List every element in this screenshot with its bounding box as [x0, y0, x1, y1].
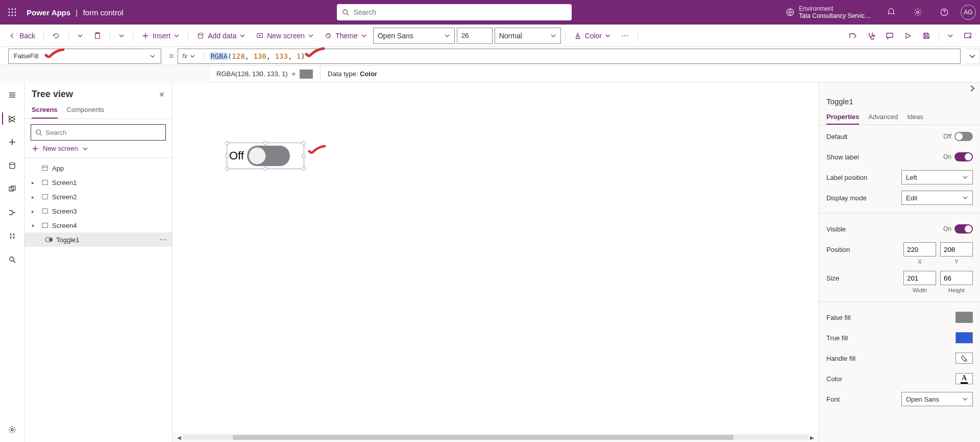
resize-handle[interactable] — [302, 167, 306, 171]
resize-handle[interactable] — [302, 154, 306, 158]
app-checker-button[interactable] — [863, 28, 879, 44]
canvas[interactable]: Off — [173, 83, 819, 433]
tree-item-toggle1[interactable]: Toggle1 ⋯ — [24, 232, 172, 247]
resize-handle[interactable] — [263, 141, 267, 145]
data-type-label: Data type: — [328, 70, 358, 78]
expand-formula-button[interactable] — [965, 49, 980, 64]
size-w-input[interactable] — [903, 271, 936, 285]
visible-switch[interactable]: On — [943, 224, 973, 234]
font-size-input[interactable] — [457, 28, 493, 44]
handle-fill-button[interactable] — [955, 353, 973, 364]
rail-data-button[interactable] — [2, 157, 22, 174]
notifications-icon[interactable] — [881, 0, 901, 25]
color-button[interactable]: Color — [570, 28, 615, 44]
font-family-select[interactable]: Open Sans — [373, 28, 455, 44]
comments-button[interactable] — [881, 28, 898, 44]
size-h-input[interactable] — [940, 271, 973, 285]
position-y-input[interactable] — [940, 242, 973, 257]
add-data-button[interactable]: Add data — [192, 28, 250, 44]
share-button[interactable] — [845, 28, 861, 44]
show-label-switch[interactable]: On — [943, 152, 973, 161]
tab-advanced[interactable]: Advanced — [868, 110, 898, 125]
save-button[interactable] — [918, 28, 935, 44]
resize-handle[interactable] — [225, 154, 229, 158]
separator — [110, 30, 110, 41]
paste-dropdown[interactable] — [114, 28, 129, 44]
horizontal-scrollbar[interactable]: ◀ ▶ — [176, 434, 816, 441]
rail-media-button[interactable] — [2, 181, 22, 197]
tree-item-screen1[interactable]: ▸ Screen1 — [24, 175, 172, 190]
scroll-right-icon[interactable]: ▶ — [808, 435, 816, 440]
scroll-track[interactable] — [183, 435, 808, 440]
toggle-control[interactable]: Off — [229, 145, 302, 167]
save-dropdown[interactable] — [943, 28, 958, 44]
tree-item-app[interactable]: App — [24, 161, 172, 175]
insert-button[interactable]: Insert — [137, 28, 184, 44]
undo-dropdown[interactable] — [73, 28, 87, 44]
false-fill-swatch[interactable] — [955, 312, 973, 323]
avatar[interactable]: AG — [961, 5, 976, 20]
chevron-down-icon — [550, 33, 556, 39]
environment-name: Tata Consultancy Servic… — [799, 12, 871, 19]
rail-tools-button[interactable] — [2, 228, 22, 244]
tree-item-more-button[interactable]: ⋯ — [159, 236, 167, 244]
tab-properties[interactable]: Properties — [826, 110, 859, 125]
close-tree-button[interactable]: ✕ — [159, 90, 165, 99]
tab-ideas[interactable]: Ideas — [907, 110, 923, 125]
tree-search-input[interactable] — [45, 129, 161, 136]
tree-item-screen4[interactable]: ▾ Screen4 — [24, 218, 172, 232]
rail-settings-button[interactable] — [2, 422, 22, 438]
color-button[interactable]: A — [955, 373, 973, 384]
settings-icon[interactable] — [908, 0, 928, 25]
new-screen-icon — [256, 32, 264, 40]
new-screen-button[interactable]: New screen — [252, 28, 318, 44]
display-mode-select[interactable]: Edit — [901, 191, 973, 205]
environment-picker[interactable]: Environment Tata Consultancy Servic… — [786, 5, 871, 20]
resize-handle[interactable] — [263, 167, 267, 171]
app-launcher-icon[interactable] — [4, 4, 20, 20]
properties-nav-button[interactable] — [819, 83, 980, 94]
true-fill-swatch[interactable] — [955, 332, 973, 343]
position-x-input[interactable] — [903, 242, 936, 257]
rail-hamburger-button[interactable] — [2, 87, 22, 103]
tab-components[interactable]: Components — [67, 102, 105, 119]
label-position-select[interactable]: Left — [901, 170, 973, 184]
rail-search-button[interactable] — [2, 251, 22, 268]
scroll-left-icon[interactable]: ◀ — [176, 435, 183, 440]
property-selector[interactable]: FalseFill — [8, 49, 161, 64]
resize-handle[interactable] — [302, 141, 306, 145]
paste-button[interactable] — [89, 28, 106, 44]
rail-tree-view-button[interactable] — [2, 110, 22, 127]
tree-search[interactable] — [31, 124, 166, 141]
publish-button[interactable] — [960, 28, 976, 44]
toggle-track[interactable] — [247, 146, 290, 166]
undo-button[interactable] — [48, 28, 64, 44]
global-search-input[interactable] — [353, 8, 567, 16]
back-button[interactable]: Back — [4, 28, 39, 44]
caption-height: Height — [940, 287, 973, 293]
resize-handle[interactable] — [225, 167, 229, 171]
default-switch[interactable]: Off — [943, 132, 973, 141]
tab-screens[interactable]: Screens — [32, 102, 58, 119]
font-select[interactable]: Open Sans — [901, 392, 973, 406]
fx-label: fx — [182, 52, 187, 60]
formula-input[interactable]: fx RGBA(128, 130, 133, 1) — [178, 49, 961, 64]
scroll-thumb[interactable] — [233, 435, 733, 440]
resize-handle[interactable] — [225, 141, 229, 145]
more-formatting-button[interactable]: ⋯ — [617, 28, 633, 44]
help-icon[interactable] — [934, 0, 954, 25]
rail-flows-button[interactable] — [2, 204, 22, 221]
tree-new-screen-button[interactable]: New screen — [24, 141, 172, 156]
tree-item-screen2[interactable]: ▸ Screen2 — [24, 190, 172, 204]
svg-point-21 — [329, 34, 330, 35]
switch-text: Off — [943, 133, 951, 140]
theme-button[interactable]: Theme — [320, 28, 371, 44]
font-weight-select[interactable]: Normal — [495, 28, 561, 44]
prop-label: Display mode — [826, 194, 867, 202]
selection-outline[interactable]: Off — [227, 143, 304, 169]
preview-button[interactable] — [900, 28, 916, 44]
global-search[interactable] — [337, 4, 572, 20]
annotation-check-icon — [44, 48, 65, 62]
tree-item-screen3[interactable]: ▸ Screen3 — [24, 204, 172, 218]
rail-insert-button[interactable] — [2, 134, 22, 150]
